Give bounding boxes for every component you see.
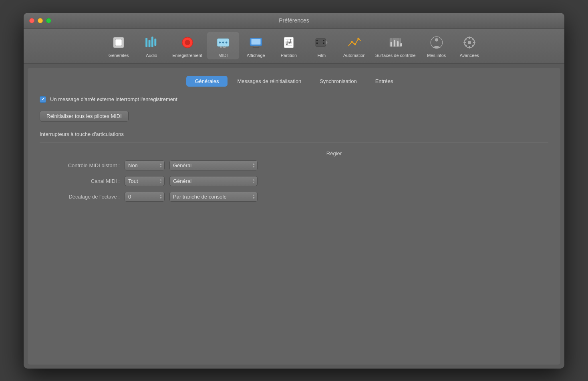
svg-rect-4 [151,36,153,47]
svg-point-47 [435,38,438,41]
svg-rect-50 [469,36,470,39]
toolbar-item-audio[interactable]: Audio [135,32,167,59]
minimize-button[interactable] [38,18,43,23]
canal-select2-wrapper: Général Personnalisé [169,176,258,186]
close-button[interactable] [29,18,34,23]
canal-select1[interactable]: Tout 1234 5678 9101112 13141516 [125,176,165,186]
toolbar-item-automation[interactable]: Automation [338,32,371,59]
content-area: Générales Messages de réinitialisation S… [28,68,560,365]
canal-select1-wrapper: Tout 1234 5678 9101112 13141516 [125,176,165,186]
titlebar: Préférences [24,13,564,29]
automation-label: Automation [343,53,366,58]
external-stop-checkbox[interactable] [40,96,46,103]
partition-label: Partition [281,53,297,58]
regler-label: Régler [40,150,548,156]
svg-rect-57 [471,44,474,47]
svg-text:MIDI: MIDI [220,45,226,48]
decalage-select1[interactable]: -4-3-2-1 0 1234 [125,192,165,202]
svg-rect-3 [149,40,151,47]
svg-rect-15 [251,39,260,44]
toolbar-item-partition[interactable]: Partition [273,32,305,59]
section-title: Interrupteurs à touche d'articulations [40,131,548,137]
svg-rect-52 [463,42,466,43]
controle-select2[interactable]: Général Personnalisé [169,160,258,170]
svg-point-24 [286,43,288,45]
toolbar-item-enregistrement[interactable]: Enregistrement [168,32,206,59]
tab-generales[interactable]: Générales [186,76,228,87]
toolbar-item-affichage[interactable]: Affichage [240,32,272,59]
svg-rect-33 [323,43,324,44]
svg-rect-16 [254,46,258,47]
svg-point-49 [468,41,471,44]
section-content: Un message d'arrêt externe interrompt l'… [36,96,552,202]
svg-point-10 [222,41,224,43]
tabs-row: Générales Messages de réinitialisation S… [36,76,552,87]
svg-rect-5 [155,39,157,46]
midi-label: MIDI [218,53,228,58]
svg-rect-56 [465,44,467,47]
midi-icon: MIDI [214,34,232,51]
film-icon [313,34,330,51]
svg-rect-53 [473,42,475,43]
toolbar-item-generales[interactable]: Générales [103,32,135,59]
controle-select1-wrapper: Non Oui [125,160,165,170]
toolbar-item-avancees[interactable]: Avancées [453,32,485,59]
toolbar: Générales Audio Enregistreme [24,29,564,64]
canal-label: Canal MIDI : [40,178,120,184]
reset-midi-button[interactable]: Réinitialiser tous les pilotes MIDI [40,111,129,122]
decalage-select2-wrapper: Par tranche de console Global [169,192,258,202]
svg-point-35 [351,41,353,43]
svg-rect-31 [316,43,318,44]
toolbar-item-mesinfos[interactable]: Mes infos [421,32,453,59]
form-row-decalage: Décalage de l'octave : -4-3-2-1 0 1234 P… [40,192,548,202]
window-title: Préférences [279,17,309,24]
mesinfos-icon [428,34,445,51]
partition-icon [280,34,298,51]
svg-rect-45 [401,43,402,46]
svg-point-36 [354,43,356,45]
surfaces-icon [387,34,404,51]
affichage-label: Affichage [247,53,265,58]
tab-messages[interactable]: Messages de réinitialisation [228,76,310,87]
decalage-select1-wrapper: -4-3-2-1 0 1234 [125,192,165,202]
audio-icon [143,34,160,51]
canal-select2[interactable]: Général Personnalisé [169,176,258,186]
section-divider [40,142,548,142]
tab-entrees[interactable]: Entrées [366,76,402,87]
form-row-controle: Contrôle MIDI distant : Non Oui Général … [40,160,548,170]
decalage-select2[interactable]: Par tranche de console Global [169,192,258,202]
svg-point-37 [357,37,359,39]
svg-rect-30 [316,40,318,41]
decalage-label: Décalage de l'octave : [40,194,120,200]
avancees-label: Avancées [460,53,479,58]
svg-rect-2 [146,38,148,47]
svg-rect-43 [394,40,395,46]
svg-rect-32 [323,40,324,41]
controle-label: Contrôle MIDI distant : [40,162,120,168]
toolbar-item-midi[interactable]: MIDI MIDI [207,32,239,59]
toolbar-item-surfaces[interactable]: Surfaces de contrôle [371,32,420,59]
svg-point-26 [288,42,290,43]
svg-rect-1 [115,39,122,45]
generales-icon [110,34,127,51]
svg-point-7 [185,40,190,45]
enregistrement-label: Enregistrement [172,53,202,58]
svg-point-11 [226,41,228,43]
svg-rect-44 [397,41,399,46]
form-row-canal: Canal MIDI : Tout 1234 5678 9101112 1314… [40,176,548,186]
tab-synchronisation[interactable]: Synchronisation [311,76,366,87]
fullscreen-button[interactable] [46,18,51,23]
checkbox-row: Un message d'arrêt externe interrompt l'… [40,96,548,103]
svg-rect-42 [391,42,392,46]
controle-select1[interactable]: Non Oui [125,160,165,170]
checkbox-label: Un message d'arrêt externe interrompt l'… [50,96,177,102]
automation-icon [346,34,363,51]
svg-rect-51 [469,46,470,49]
avancees-icon [461,34,478,51]
enregistrement-icon [179,34,196,51]
traffic-lights [29,18,51,23]
controle-select2-wrapper: Général Personnalisé [169,160,258,170]
svg-marker-34 [326,40,328,45]
svg-point-9 [219,41,221,43]
toolbar-item-film[interactable]: Film [306,32,338,59]
